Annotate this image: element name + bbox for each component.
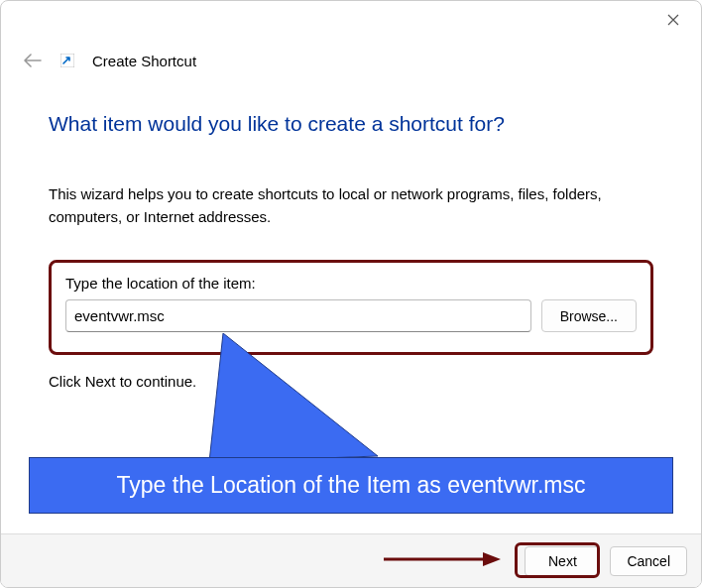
wizard-title: Create Shortcut bbox=[92, 53, 196, 69]
titlebar bbox=[1, 1, 701, 39]
input-row: Browse... bbox=[65, 299, 637, 332]
cancel-button[interactable]: Cancel bbox=[610, 546, 687, 576]
annotation-banner: Type the Location of the Item as eventvw… bbox=[29, 457, 673, 514]
location-input-group: Type the location of the item: Browse... bbox=[49, 260, 653, 355]
shortcut-icon bbox=[60, 54, 74, 67]
back-arrow-icon[interactable] bbox=[23, 51, 43, 70]
page-heading: What item would you like to create a sho… bbox=[49, 112, 653, 136]
location-input[interactable] bbox=[65, 299, 531, 332]
close-icon[interactable] bbox=[659, 6, 687, 34]
browse-button[interactable]: Browse... bbox=[541, 299, 637, 332]
footer-bar: Next Cancel bbox=[1, 533, 701, 587]
description-text: This wizard helps you to create shortcut… bbox=[49, 183, 653, 228]
continue-text: Click Next to continue. bbox=[49, 373, 653, 390]
next-button[interactable]: Next bbox=[525, 546, 600, 576]
location-label: Type the location of the item: bbox=[65, 275, 637, 292]
wizard-header: Create Shortcut bbox=[1, 39, 701, 78]
content-area: What item would you like to create a sho… bbox=[1, 78, 701, 390]
